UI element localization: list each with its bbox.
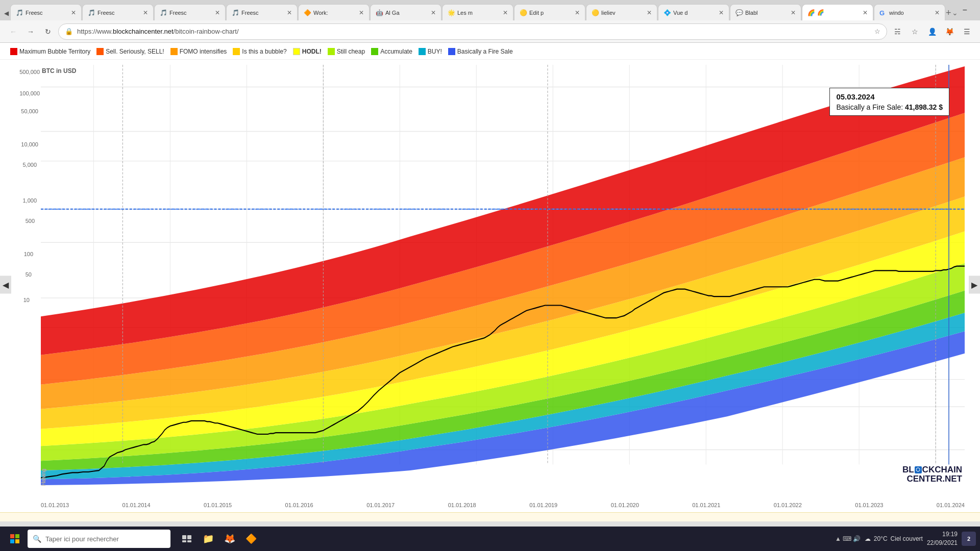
tab-close-8[interactable]: ✕ — [575, 9, 580, 16]
tab-label-1: Freesc — [26, 10, 68, 16]
legend-color-7 — [419, 48, 426, 55]
tooltip-label: Basically a Fire Sale: — [836, 103, 903, 111]
y-label-10: 10 — [23, 297, 30, 303]
taskbar: 🔍 Taper ici pour rechercher 📁 🦊 🔶 ▲ ⌨ 🔊 — [0, 527, 980, 551]
y-label-5k: 5,000 — [22, 162, 37, 168]
bookmark-button[interactable]: ☆ — [908, 24, 922, 39]
chevron-up-icon[interactable]: ▲ — [835, 535, 841, 542]
tab-close-9[interactable]: ✕ — [647, 9, 652, 16]
legend-color-4 — [293, 48, 300, 55]
scroll-left-button[interactable]: ◀ — [0, 276, 11, 294]
back-button[interactable]: ← — [6, 24, 20, 39]
tab-9[interactable]: 🟡 lieliev ✕ — [586, 4, 657, 20]
tab-close-4[interactable]: ✕ — [287, 9, 292, 16]
x-label-2021: 01.01.2021 — [692, 502, 720, 508]
taskbar-right: ▲ ⌨ 🔊 ☁ 20°C Ciel couvert 19:19 22/09/20… — [835, 530, 976, 547]
reader-mode-icon[interactable]: ☵ — [890, 24, 904, 39]
tab-favicon-9: 🟡 — [592, 9, 599, 16]
address-bar[interactable]: 🔒 https://www.blockchaincenter.net/bitco… — [58, 23, 887, 40]
legend-color-6 — [371, 48, 378, 55]
weather-temp: 20°C — [874, 535, 888, 542]
tooltip-price: 41,898.32 $ — [905, 103, 943, 111]
x-label-2019: 01.01.2019 — [529, 502, 557, 508]
firefox-account-icon[interactable]: 👤 — [925, 24, 939, 39]
legend-label-1: Sell. Seriously, SELL! — [106, 48, 164, 55]
tab-favicon-1: 🎵 — [16, 9, 23, 16]
x-label-2018: 01.01.2018 — [448, 502, 476, 508]
start-button[interactable] — [4, 528, 26, 549]
taskbar-clock: 19:19 22/09/2021 — [927, 530, 958, 547]
svg-rect-31 — [10, 539, 14, 543]
legend-item-6: Accumulate — [371, 48, 412, 55]
firefox-icon[interactable]: 🦊 — [942, 24, 957, 39]
tab-close-13[interactable]: ✕ — [935, 9, 940, 16]
nav-right-controls: ☵ ☆ 👤 🦊 ☰ — [890, 24, 974, 39]
tab-7[interactable]: 🌟 Les m ✕ — [442, 4, 513, 20]
legend-item-0: Maximum Bubble Territory — [10, 48, 90, 55]
x-label-2022: 01.01.2022 — [774, 502, 802, 508]
y-label-100k: 100,000 — [19, 90, 40, 96]
svg-rect-34 — [187, 535, 191, 539]
chart-svg — [41, 65, 965, 487]
taskbar-icon-2: 🔊 — [853, 535, 861, 542]
file-explorer-button[interactable]: 📁 — [198, 529, 218, 549]
taskbar-center: 📁 🦊 🔶 — [177, 529, 261, 549]
horizontal-scrollbar[interactable] — [0, 521, 980, 527]
taskbar-system-icons: ▲ ⌨ 🔊 — [835, 535, 861, 542]
tab-5[interactable]: 🔶 Work: ✕ — [298, 4, 370, 20]
legend-item-7: BUY! — [419, 48, 442, 55]
tab-13[interactable]: G windo ✕ — [874, 4, 945, 20]
tab-close-10[interactable]: ✕ — [719, 9, 724, 16]
legend-item-8: Basically a Fire Sale — [448, 48, 513, 55]
taskview-button[interactable] — [177, 529, 197, 549]
tab-2[interactable]: 🎵 Freesc ✕ — [82, 4, 154, 20]
x-label-2017: 01.01.2017 — [366, 502, 395, 508]
taskbar-search-box[interactable]: 🔍 Taper ici pour rechercher — [28, 530, 170, 548]
tab-close-1[interactable]: ✕ — [71, 9, 76, 16]
svg-rect-29 — [10, 534, 14, 538]
blockchain-center-logo: BL⬡CKCHAIN CENTER.NET — [902, 465, 962, 484]
tab-close-6[interactable]: ✕ — [431, 9, 436, 16]
firefox-taskbar-button[interactable]: 🦊 — [219, 529, 240, 549]
weather-widget: ☁ 20°C Ciel couvert — [865, 535, 923, 542]
tab-6[interactable]: 🤖 Al Ga ✕ — [370, 4, 442, 20]
chart-tooltip: 05.03.2024 Basically a Fire Sale: 41,898… — [829, 88, 949, 116]
notification-badge[interactable]: 2 — [962, 532, 976, 546]
tab-8[interactable]: 🟡 Edit p ✕ — [514, 4, 585, 20]
legend-color-3 — [233, 48, 240, 55]
tab-3[interactable]: 🎵 Freesc ✕ — [154, 4, 226, 20]
tab-close-12[interactable]: ✕ — [863, 9, 868, 16]
tab-favicon-6: 🤖 — [376, 9, 383, 16]
tab-10[interactable]: 💠 Vue d ✕ — [658, 4, 729, 20]
new-tab-button[interactable]: + — [946, 5, 951, 20]
legend-item-1: Sell. Seriously, SELL! — [96, 48, 164, 55]
tab-close-11[interactable]: ✕ — [791, 9, 796, 16]
chart-legend: Maximum Bubble Territory Sell. Seriously… — [0, 43, 980, 60]
vlc-taskbar-button[interactable]: 🔶 — [241, 529, 261, 549]
y-label-100: 100 — [24, 251, 33, 257]
tab-11[interactable]: 💬 Blabl ✕ — [730, 4, 801, 20]
tab-close-7[interactable]: ✕ — [503, 9, 508, 16]
tab-close-2[interactable]: ✕ — [143, 9, 148, 16]
legend-label-4: HODL! — [302, 48, 322, 55]
tab-close-5[interactable]: ✕ — [359, 9, 364, 16]
reload-button[interactable]: ↻ — [41, 24, 55, 39]
tab-scroll-left[interactable]: ◀ — [4, 6, 9, 20]
tab-1[interactable]: 🎵 Freesc ✕ — [10, 4, 82, 20]
maximize-button[interactable]: ◻ — [975, 0, 980, 20]
tab-label-5: Work: — [313, 10, 356, 16]
scroll-right-button[interactable]: ▶ — [969, 276, 980, 294]
x-label-2024: 01.01.2024 — [937, 502, 965, 508]
menu-button[interactable]: ☰ — [960, 24, 974, 39]
minimize-button[interactable]: − — [959, 0, 971, 20]
bookmark-icon[interactable]: ☆ — [874, 28, 880, 35]
nav-bar: ← → ↻ 🔒 https://www.blockchaincenter.net… — [0, 20, 980, 43]
y-label-500: 500 — [26, 218, 35, 224]
tab-12[interactable]: 🌈 🌈 ✕ — [802, 4, 873, 20]
forward-button[interactable]: → — [23, 24, 38, 39]
x-label-2023: 01.01.2023 — [855, 502, 883, 508]
tab-close-3[interactable]: ✕ — [215, 9, 220, 16]
browser-content: Maximum Bubble Territory Sell. Seriously… — [0, 43, 980, 527]
tab-4[interactable]: 🎵 Freesc ✕ — [226, 4, 298, 20]
tab-list-chevron[interactable]: ⌄ — [952, 5, 958, 20]
